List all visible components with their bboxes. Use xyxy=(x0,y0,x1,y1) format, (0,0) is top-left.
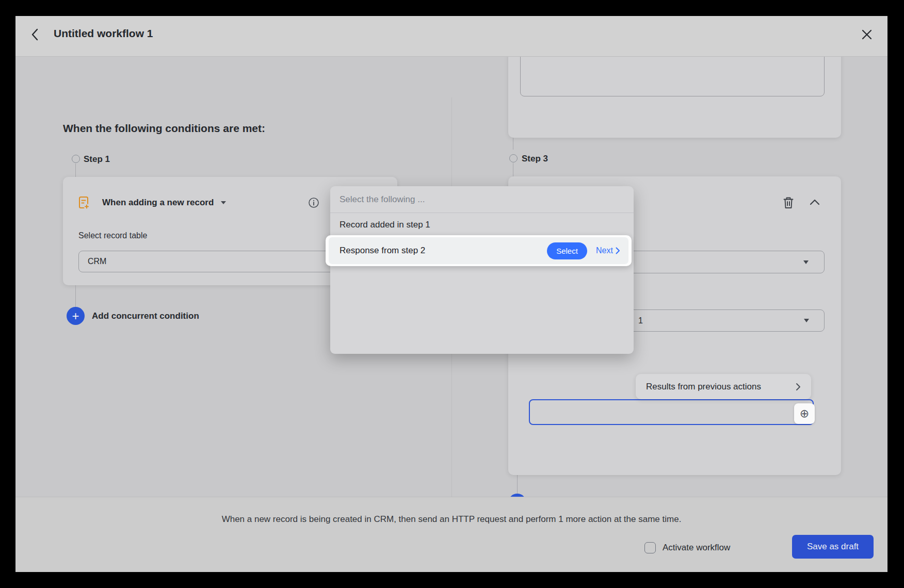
next-button[interactable]: Next xyxy=(596,237,620,264)
results-previous-actions-pill[interactable]: Results from previous actions xyxy=(636,374,811,399)
step3-node-circle xyxy=(509,154,518,162)
dropdown-header: Select the following ... xyxy=(340,194,425,205)
select-button[interactable]: Select xyxy=(547,242,587,259)
connector-line xyxy=(75,285,76,307)
close-button[interactable] xyxy=(859,26,875,43)
step1-node-circle xyxy=(72,155,80,163)
record-select-value: 1 xyxy=(638,316,643,325)
add-condition-label[interactable]: Add concurrent condition xyxy=(92,311,199,321)
trigger-title: When adding a new record xyxy=(102,198,214,208)
results-pill-label: Results from previous actions xyxy=(646,382,761,392)
record-table-value: CRM xyxy=(88,257,106,266)
trigger-type-dropdown[interactable]: When adding a new record xyxy=(102,198,226,208)
collapse-card-icon[interactable] xyxy=(809,199,820,206)
connector-line xyxy=(75,164,76,177)
workflow-summary: When a new record is being created in CR… xyxy=(15,514,887,525)
footer-bar: When a new record is being created in CR… xyxy=(15,497,887,572)
chevron-right-icon xyxy=(796,383,801,391)
chevron-right-icon xyxy=(616,247,620,254)
caret-down-icon xyxy=(804,319,809,322)
step1-label: Step 1 xyxy=(84,154,110,165)
caret-down-icon xyxy=(803,260,809,264)
field-value-input[interactable] xyxy=(529,399,814,425)
dropdown-divider xyxy=(330,213,634,213)
trash-icon[interactable] xyxy=(782,196,795,209)
record-add-icon xyxy=(78,195,90,210)
select-following-dropdown: Select the following ... Record added in… xyxy=(330,186,634,354)
titlebar: Untitled workflow 1 xyxy=(15,16,887,57)
workflow-editor-window: When the following conditions are met: S… xyxy=(15,16,887,572)
workflow-title: Untitled workflow 1 xyxy=(54,27,153,40)
step3-label: Step 3 xyxy=(522,154,548,164)
insert-variable-button[interactable]: ⊕ xyxy=(794,403,815,424)
spotlight-frame: Response from step 2 Select Next xyxy=(326,235,632,266)
add-condition-button[interactable]: + xyxy=(67,307,85,325)
dropdown-option-response-step2[interactable]: Response from step 2 Select Next xyxy=(329,237,628,264)
record-table-label: Select record table xyxy=(78,231,147,240)
dropdown-option-record-added[interactable]: Record added in step 1 xyxy=(340,220,624,234)
chevron-left-icon xyxy=(30,28,39,41)
back-button[interactable] xyxy=(27,27,42,42)
conditions-heading: When the following conditions are met: xyxy=(63,122,265,135)
circled-plus-icon: ⊕ xyxy=(800,407,809,420)
connector-line xyxy=(513,138,513,150)
plus-icon: + xyxy=(72,310,79,322)
step2-field-input[interactable] xyxy=(520,52,825,96)
info-icon[interactable] xyxy=(308,197,319,208)
option-label: Response from step 2 xyxy=(340,246,425,256)
caret-down-icon xyxy=(221,201,226,204)
activate-workflow-label: Activate workflow xyxy=(663,543,730,553)
activate-workflow-checkbox[interactable] xyxy=(644,542,656,553)
next-label: Next xyxy=(596,246,613,255)
connector-line xyxy=(517,475,518,494)
close-icon xyxy=(861,28,873,41)
save-as-draft-button[interactable]: Save as draft xyxy=(792,535,874,559)
connector-line xyxy=(513,163,513,176)
